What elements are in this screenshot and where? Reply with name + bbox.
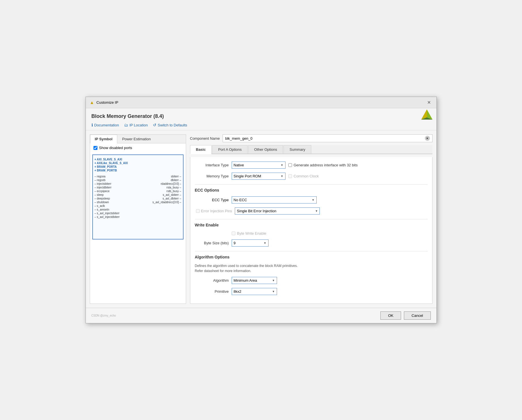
interface-type-select[interactable]: Native AXI4 AXI4Lite <box>234 163 280 167</box>
switch-defaults-label: Switch to Defaults <box>158 123 187 127</box>
ecc-type-arrow: ▼ <box>312 198 315 201</box>
interface-type-group: Interface Type Native AXI4 AXI4Lite ▼ Ge… <box>195 162 428 169</box>
port-saxl-injectsbiterr: – s_axl_injectsbiterr <box>95 212 120 215</box>
port-axi-slave: + AXI_SLAVE_S_AXI <box>95 158 122 161</box>
info-icon: ℹ <box>91 123 93 127</box>
symbol-row-saxl-injectsbiterr: – s_axl_injectsbiterr <box>95 212 181 215</box>
port-bram-porta: + BRAM_PORTA <box>95 165 117 168</box>
memory-type-label: Memory Type <box>195 174 229 178</box>
memory-type-select-wrap: Single Port ROM Simple Dual Port RAM Tru… <box>232 173 285 180</box>
algorithm-select-wrap: Minimum Area Low Power Fixed Primitives … <box>232 277 277 284</box>
symbol-row-regcea: – regcea sbiterr – <box>95 175 181 178</box>
vivado-logo <box>420 108 434 123</box>
primitive-group: Primitive 8kx2 16kx1 32kx1 ▼ <box>195 288 428 295</box>
port-sleep: – sleep <box>95 193 104 196</box>
cancel-button[interactable]: Cancel <box>404 311 431 320</box>
port-regcea-left: – regcea <box>95 175 106 178</box>
algorithm-arrow: ▼ <box>272 279 275 282</box>
error-injection-checkbox-wrap: Error Injection Pins <box>196 209 232 213</box>
header-area: Block Memory Generator (8.4) ℹ Documenta… <box>86 108 436 130</box>
byte-size-select[interactable]: 8 9 <box>234 241 263 245</box>
show-disabled-checkbox[interactable] <box>93 146 97 150</box>
symbol-row-bram-portb: + BRAM_PORTB <box>95 169 181 172</box>
ecc-type-label: ECC Type <box>195 198 229 202</box>
symbol-area: + AXI_SLAVE_S_AXI + AXILike_SLAVE_S_AXI … <box>90 152 186 304</box>
memory-type-select[interactable]: Single Port ROM Simple Dual Port RAM Tru… <box>234 174 280 178</box>
generate-address-label: Generate address interface with 32 bits <box>288 163 358 167</box>
single-bit-error-select[interactable]: Single Bit Error Injection Double Bit Er… <box>237 209 314 213</box>
port-injectdbiterr: – injectdbiterr <box>95 186 112 189</box>
left-panel: IP Symbol Power Estimation Show disabled… <box>90 134 186 304</box>
port-injectsbiterr: – injectsbiterr <box>95 182 111 185</box>
ip-location-label: IP Location <box>129 123 148 127</box>
right-panel: Component Name ✕ Basic Port A Options Ot… <box>190 134 432 304</box>
symbol-row-axilike: + AXILike_SLAVE_S_AXI <box>95 162 181 165</box>
content-area: IP Symbol Power Estimation Show disabled… <box>86 130 436 308</box>
byte-write-enable-checkbox[interactable] <box>232 232 235 235</box>
component-name-input[interactable] <box>225 136 425 141</box>
port-s-axl-sbiterr: s_axl_sbiterr – <box>163 193 181 196</box>
tab-basic[interactable]: Basic <box>190 145 212 154</box>
documentation-button[interactable]: ℹ Documentation <box>91 123 119 127</box>
tab-other-options[interactable]: Other Options <box>248 145 283 154</box>
generate-address-text: Generate address interface with 32 bits <box>294 163 358 167</box>
common-clock-checkbox[interactable] <box>288 174 292 178</box>
algorithm-select[interactable]: Minimum Area Low Power Fixed Primitives <box>234 278 271 283</box>
algorithm-group: Algorithm Minimum Area Low Power Fixed P… <box>195 277 428 284</box>
single-bit-error-arrow: ▼ <box>315 209 318 213</box>
primitive-arrow: ▼ <box>272 290 275 293</box>
port-rstb-busy: rstb_busy – <box>167 190 181 193</box>
algorithm-options-title: Algorithm Options <box>195 255 428 259</box>
refresh-icon: ↺ <box>153 123 156 127</box>
close-button[interactable]: ✕ <box>425 99 432 106</box>
component-label: Component Name <box>190 136 220 141</box>
algorithm-desc-line2: Refer datasheet for more information. <box>195 269 251 273</box>
primitive-select[interactable]: 8kx2 16kx1 32kx1 <box>234 289 271 294</box>
interface-type-select-wrap: Native AXI4 AXI4Lite ▼ <box>232 162 285 169</box>
component-clear-button[interactable]: ✕ <box>425 136 430 141</box>
port-saxl-injectdbiterr: – s_axl_injectdbiterr <box>95 215 120 219</box>
algorithm-desc: Defines the algorithm used to concatenat… <box>195 263 428 273</box>
component-input-wrap: ✕ <box>223 134 432 142</box>
symbol-row-sleep: – sleep s_axl_sbiterr – <box>95 193 181 196</box>
main-title: Block Memory Generator (8.4) <box>91 113 187 119</box>
port-s-axl-rdaddrecc: s_axl_rdaddrecc[3:0] – <box>152 201 181 204</box>
interface-type-arrow: ▼ <box>281 164 284 167</box>
titlebar-title: Customize IP <box>96 100 118 105</box>
documentation-label: Documentation <box>94 123 119 127</box>
error-injection-checkbox[interactable] <box>196 209 200 213</box>
port-shutdown: – shutdown <box>95 201 109 204</box>
titlebar: ▲ Customize IP ✕ <box>86 97 436 108</box>
single-bit-error-select-wrap: Single Bit Error Injection Double Bit Er… <box>235 207 320 215</box>
tab-port-a-options[interactable]: Port A Options <box>212 145 248 154</box>
ok-button[interactable]: OK <box>380 311 401 320</box>
show-disabled-label: Show disabled ports <box>99 146 132 150</box>
common-clock-label: Common Clock <box>288 174 319 178</box>
generate-address-checkbox[interactable] <box>288 163 292 167</box>
port-rsta-busy: rsta_busy – <box>167 186 181 189</box>
customize-ip-dialog: ▲ Customize IP ✕ Block Memory Generator … <box>86 97 437 323</box>
ecc-options-title: ECC Options <box>195 188 428 192</box>
algorithm-label: Algorithm <box>195 278 229 283</box>
symbol-row-saxl-injectdbiterr: – s_axl_injectdbiterr <box>95 215 181 219</box>
footer: CSDN @zmy_echo OK Cancel <box>86 308 436 323</box>
ecc-type-select[interactable]: No ECC Hamming ECC SECDED ECC <box>234 198 311 202</box>
main-tabs: Basic Port A Options Other Options Summa… <box>190 145 432 154</box>
primitive-label: Primitive <box>195 289 229 294</box>
tab-power-estimation[interactable]: Power Estimation <box>117 135 155 143</box>
switch-defaults-button[interactable]: ↺ Switch to Defaults <box>153 123 187 127</box>
tab-ip-symbol[interactable]: IP Symbol <box>90 135 118 143</box>
vivado-icon: ▲ <box>90 100 94 105</box>
memory-type-group: Memory Type Single Port ROM Simple Dual … <box>195 173 428 180</box>
symbol-row-injectdbiterr: – injectdbiterr rsta_busy – <box>95 186 181 189</box>
port-s-axl-dbiterr: s_axl_dbiterr – <box>163 197 181 200</box>
symbol-row-regceb: – regceb dbiterr – <box>95 179 181 182</box>
ip-location-button[interactable]: 🗂 IP Location <box>124 123 148 127</box>
port-axilike: + AXILike_SLAVE_S_AXI <box>95 162 128 165</box>
write-enable-divider <box>195 219 428 219</box>
port-dbiterr: dbiterr – <box>171 179 181 182</box>
symbol-row-shutdown: – shutdown s_axl_rdaddrecc[3:0] – <box>95 201 181 204</box>
algorithm-desc-line1: Defines the algorithm used to concatenat… <box>195 264 298 268</box>
byte-size-arrow: ▼ <box>264 241 267 245</box>
tab-summary[interactable]: Summary <box>284 145 311 154</box>
